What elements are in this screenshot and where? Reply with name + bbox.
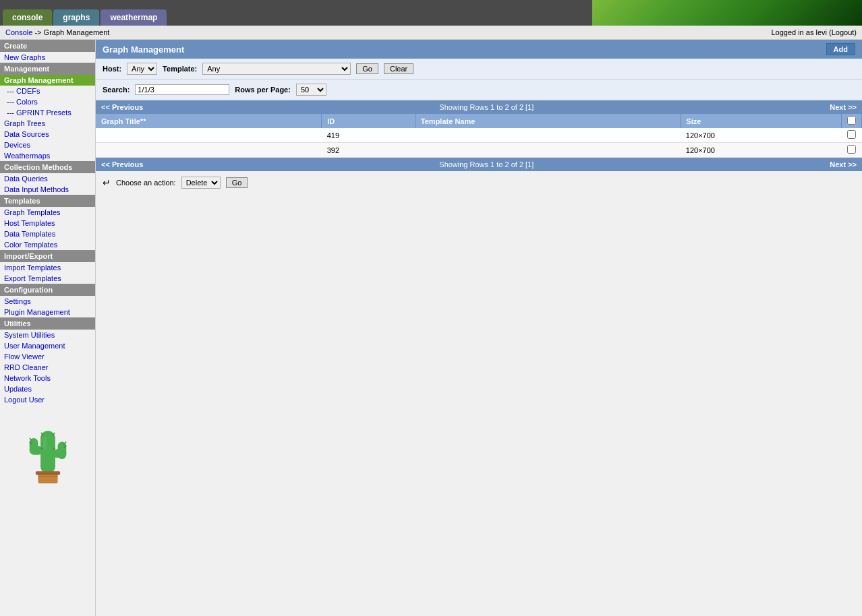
sidebar-item-cdefs[interactable]: --- CDEFs bbox=[0, 86, 95, 96]
next-link-top[interactable]: Next >> bbox=[830, 103, 857, 111]
prev-link-top[interactable]: << Previous bbox=[101, 103, 143, 111]
search-label: Search: bbox=[103, 86, 130, 94]
svg-rect-4 bbox=[57, 442, 66, 459]
next-link-bottom[interactable]: Next >> bbox=[830, 160, 857, 168]
sidebar-item-data-input-methods[interactable]: Data Input Methods bbox=[0, 184, 95, 195]
cell-title bbox=[96, 143, 322, 158]
go-button[interactable]: Go bbox=[356, 63, 378, 74]
sidebar-item-weathermaps[interactable]: Weathermaps bbox=[0, 150, 95, 161]
sidebar-item-logout-user[interactable]: Logout User bbox=[0, 394, 95, 405]
breadcrumb: Console -> Graph Management bbox=[5, 28, 109, 36]
cell-id: 419 bbox=[322, 128, 415, 143]
breadcrumb-bar: Console -> Graph Management Logged in as… bbox=[0, 26, 862, 40]
table-header-row: Graph Title** ID Template Name Size bbox=[96, 114, 862, 128]
cell-id: 392 bbox=[322, 143, 415, 158]
action-select[interactable]: Delete bbox=[181, 177, 221, 189]
sidebar-item-settings[interactable]: Settings bbox=[0, 296, 95, 307]
sidebar-item-data-templates[interactable]: Data Templates bbox=[0, 228, 95, 239]
sidebar-item-updates[interactable]: Updates bbox=[0, 383, 95, 394]
sidebar-item-rrd-cleaner[interactable]: RRD Cleaner bbox=[0, 362, 95, 373]
sidebar-header-import-export: Import/Export bbox=[0, 250, 95, 262]
sidebar-item-plugin-management[interactable]: Plugin Management bbox=[0, 307, 95, 317]
page-header: Graph Management Add bbox=[96, 40, 862, 59]
user-info: Logged in as levi (Logout) bbox=[771, 28, 857, 36]
top-banner bbox=[592, 0, 862, 26]
choose-action-label: Choose an action: bbox=[116, 179, 176, 187]
cell-size: 120×700 bbox=[681, 143, 842, 158]
sidebar-header-configuration: Configuration bbox=[0, 284, 95, 296]
svg-rect-2 bbox=[29, 438, 38, 454]
tab-graphs[interactable]: graphs bbox=[53, 9, 99, 26]
col-check bbox=[842, 114, 862, 128]
sidebar-item-data-queries[interactable]: Data Queries bbox=[0, 173, 95, 184]
main-layout: Create New Graphs Management Graph Manag… bbox=[0, 40, 862, 616]
table-row: 392 120×700 bbox=[96, 143, 862, 158]
breadcrumb-separator: -> bbox=[34, 28, 43, 36]
col-template-name: Template Name bbox=[415, 114, 680, 128]
tab-weathermap[interactable]: weathermap bbox=[100, 9, 167, 26]
template-label: Template: bbox=[163, 65, 197, 73]
sidebar-cactus bbox=[0, 405, 95, 501]
col-id: ID bbox=[322, 114, 415, 128]
sidebar-item-new-graphs[interactable]: New Graphs bbox=[0, 52, 95, 63]
col-size: Size bbox=[681, 114, 842, 128]
sidebar-item-colors[interactable]: --- Colors bbox=[0, 96, 95, 107]
select-all-checkbox[interactable] bbox=[847, 116, 856, 125]
sidebar-item-graph-trees[interactable]: Graph Trees bbox=[0, 118, 95, 129]
template-select[interactable]: Any bbox=[202, 63, 351, 75]
data-table: Graph Title** ID Template Name Size 419 … bbox=[96, 114, 862, 158]
sidebar-item-import-templates[interactable]: Import Templates bbox=[0, 262, 95, 273]
sidebar-header-templates: Templates bbox=[0, 195, 95, 207]
sidebar-header-create: Create bbox=[0, 40, 95, 52]
showing-rows-bottom: Showing Rows 1 to 2 of 2 [1] bbox=[439, 160, 534, 168]
cell-template bbox=[415, 143, 680, 158]
prev-link-bottom[interactable]: << Previous bbox=[101, 160, 143, 168]
filter-row: Host: Any Template: Any Go Clear bbox=[96, 59, 862, 80]
content-area: Graph Management Add Host: Any Template:… bbox=[96, 40, 862, 616]
row-checkbox-0[interactable] bbox=[847, 130, 856, 139]
svg-rect-14 bbox=[35, 471, 59, 474]
cell-size: 120×700 bbox=[681, 128, 842, 143]
breadcrumb-console-link[interactable]: Console bbox=[5, 28, 32, 36]
table-row: 419 120×700 bbox=[96, 128, 862, 143]
search-input[interactable] bbox=[135, 84, 229, 95]
cell-title bbox=[96, 128, 322, 143]
cell-check[interactable] bbox=[842, 128, 862, 143]
action-row: ↵ Choose an action: Delete Go bbox=[96, 171, 862, 194]
host-select[interactable]: Any bbox=[127, 63, 157, 75]
showing-rows-top: Showing Rows 1 to 2 of 2 [1] bbox=[439, 103, 534, 111]
table-nav-bottom: << Previous Showing Rows 1 to 2 of 2 [1]… bbox=[96, 158, 862, 171]
row-checkbox-1[interactable] bbox=[847, 145, 856, 154]
add-button[interactable]: Add bbox=[826, 43, 855, 55]
svg-point-16 bbox=[42, 435, 46, 450]
return-icon: ↵ bbox=[103, 177, 111, 188]
sidebar-item-host-templates[interactable]: Host Templates bbox=[0, 218, 95, 228]
cactus-icon bbox=[21, 419, 75, 486]
sidebar-item-network-tools[interactable]: Network Tools bbox=[0, 373, 95, 383]
host-label: Host: bbox=[103, 65, 121, 73]
sidebar-item-system-utilities[interactable]: System Utilities bbox=[0, 330, 95, 340]
clear-button[interactable]: Clear bbox=[384, 63, 413, 74]
page-title: Graph Management bbox=[103, 44, 184, 55]
sidebar-item-flow-viewer[interactable]: Flow Viewer bbox=[0, 351, 95, 362]
sidebar-item-graph-management[interactable]: Graph Management bbox=[0, 75, 95, 86]
top-nav: console graphs weathermap bbox=[0, 0, 862, 26]
sidebar-item-user-management[interactable]: User Management bbox=[0, 340, 95, 351]
rows-per-page-select[interactable]: 50 10 25 100 200 bbox=[296, 84, 326, 96]
cell-template bbox=[415, 128, 680, 143]
action-go-button[interactable]: Go bbox=[226, 177, 248, 188]
sidebar-item-graph-templates[interactable]: Graph Templates bbox=[0, 207, 95, 218]
sidebar-header-management: Management bbox=[0, 63, 95, 75]
search-row: Search: Rows per Page: 50 10 25 100 200 bbox=[96, 80, 862, 100]
sidebar-item-devices[interactable]: Devices bbox=[0, 140, 95, 150]
sidebar-header-utilities: Utilities bbox=[0, 317, 95, 330]
table-nav-top: << Previous Showing Rows 1 to 2 of 2 [1]… bbox=[96, 100, 862, 114]
sidebar-item-export-templates[interactable]: Export Templates bbox=[0, 273, 95, 284]
tab-console[interactable]: console bbox=[3, 9, 52, 26]
cell-check[interactable] bbox=[842, 143, 862, 158]
sidebar-item-color-templates[interactable]: Color Templates bbox=[0, 239, 95, 250]
col-graph-title: Graph Title** bbox=[96, 114, 322, 128]
sidebar: Create New Graphs Management Graph Manag… bbox=[0, 40, 96, 616]
sidebar-item-data-sources[interactable]: Data Sources bbox=[0, 129, 95, 140]
sidebar-item-gprint-presets[interactable]: --- GPRINT Presets bbox=[0, 107, 95, 118]
